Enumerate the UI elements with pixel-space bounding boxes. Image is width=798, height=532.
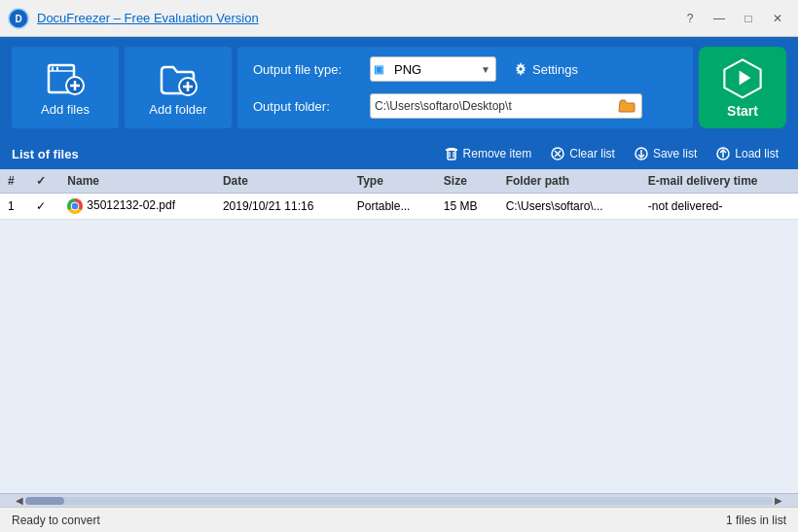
table-header-row: # ✓ Name Date Type Size Folder path E-ma… [0, 169, 798, 194]
scroll-right-arrow[interactable]: ▶ [773, 495, 784, 506]
save-list-label: Save list [653, 147, 697, 160]
output-type-label: Output file type: [253, 62, 360, 77]
list-header-actions: Remove item Clear list Save list [437, 144, 786, 163]
add-files-button[interactable]: Add files [12, 47, 119, 128]
horizontal-scrollbar[interactable]: ◀ ▶ [0, 493, 798, 507]
clear-list-icon [551, 147, 564, 160]
add-folder-button[interactable]: Add folder [125, 47, 232, 128]
help-button[interactable]: ? [677, 8, 703, 29]
col-type: Type [349, 169, 436, 194]
svg-rect-19 [449, 148, 454, 150]
title-bar-title: DocuFreezer – Free Evaluation Version [37, 11, 259, 25]
add-folder-label: Add folder [149, 102, 206, 117]
clear-list-label: Clear list [569, 147, 615, 160]
file-count-text: 1 files in list [726, 514, 786, 527]
cell-date: 2019/10/21 11:16 [215, 194, 349, 220]
folder-input-wrapper[interactable]: C:\Users\softaro\Desktop\t [370, 93, 642, 119]
title-bar-left: D DocuFreezer – Free Evaluation Version [8, 8, 259, 29]
output-type-row: Output file type: ▣ PNG PDF JPEG TIFF ▼ … [253, 56, 677, 82]
scroll-track[interactable] [25, 497, 773, 505]
save-list-icon [635, 147, 648, 160]
svg-marker-14 [740, 70, 751, 85]
start-label: Start [727, 103, 758, 119]
title-separator: – [110, 11, 124, 25]
file-list-header: List of files Remove item Clear list [0, 138, 798, 169]
folder-browse-icon [618, 98, 635, 114]
app-icon: D [8, 8, 29, 29]
maximize-button[interactable]: □ [736, 8, 761, 29]
add-files-icon [45, 59, 86, 96]
remove-item-label: Remove item [463, 147, 532, 160]
output-folder-row: Output folder: C:\Users\softaro\Desktop\… [253, 93, 677, 119]
add-files-label: Add files [41, 102, 90, 117]
start-button[interactable]: Start [699, 47, 786, 128]
col-email: E-mail delivery time [640, 169, 798, 194]
cell-check: ✓ [28, 194, 60, 220]
col-check: ✓ [28, 169, 60, 194]
save-list-button[interactable]: Save list [627, 144, 705, 163]
svg-text:D: D [15, 14, 21, 24]
output-type-select-wrapper: ▣ PNG PDF JPEG TIFF ▼ [370, 56, 496, 82]
cell-name: 35012132-02.pdf [59, 194, 215, 220]
col-date: Date [215, 169, 349, 194]
remove-item-button[interactable]: Remove item [437, 144, 540, 163]
status-ready-text: Ready to convert [12, 514, 100, 527]
scroll-thumb[interactable] [25, 497, 64, 505]
start-arrow-icon [721, 56, 764, 99]
file-table-wrapper[interactable]: # ✓ Name Date Type Size Folder path E-ma… [0, 169, 798, 493]
cell-type: Portable... [349, 194, 436, 220]
toolbar: Add files Add folder Output file type: ▣… [0, 37, 798, 138]
remove-item-icon [445, 147, 458, 160]
settings-button[interactable]: Settings [506, 59, 586, 80]
file-app-icon [67, 198, 83, 214]
cell-size: 15 MB [436, 194, 498, 220]
file-table: # ✓ Name Date Type Size Folder path E-ma… [0, 169, 798, 220]
col-name: Name [59, 169, 215, 194]
app-name: DocuFreezer [37, 11, 110, 25]
load-list-icon [716, 147, 730, 160]
settings-gear-icon [514, 62, 527, 76]
output-folder-label: Output folder: [253, 99, 360, 114]
cell-num: 1 [0, 194, 28, 220]
load-list-label: Load list [735, 147, 779, 160]
col-num: # [0, 169, 28, 194]
add-folder-icon [158, 59, 199, 96]
folder-browse-button[interactable] [616, 98, 637, 114]
col-size: Size [436, 169, 498, 194]
minimize-button[interactable]: — [707, 8, 732, 29]
cell-email: -not delivered- [640, 194, 798, 220]
load-list-button[interactable]: Load list [708, 144, 786, 163]
status-bar: Ready to convert 1 files in list [0, 507, 798, 532]
app-subtitle: Free Evaluation Version [125, 11, 259, 25]
list-section-title: List of files [12, 147, 79, 161]
close-button[interactable]: ✕ [765, 8, 790, 29]
output-type-select[interactable]: PNG PDF JPEG TIFF [370, 56, 496, 82]
title-bar-controls: ? — □ ✕ [677, 8, 790, 29]
cell-folder: C:\Users\softaro\... [498, 194, 640, 220]
toolbar-middle: Output file type: ▣ PNG PDF JPEG TIFF ▼ … [237, 47, 693, 128]
col-folder: Folder path [498, 169, 640, 194]
settings-label: Settings [532, 62, 578, 77]
clear-list-button[interactable]: Clear list [543, 144, 623, 163]
title-bar: D DocuFreezer – Free Evaluation Version … [0, 0, 798, 37]
scroll-left-arrow[interactable]: ◀ [14, 495, 25, 506]
folder-path-text: C:\Users\softaro\Desktop\t [375, 99, 616, 113]
table-row[interactable]: 1 ✓ 35012132-02.pdf 2019/10/21 11:16 Por… [0, 194, 798, 220]
